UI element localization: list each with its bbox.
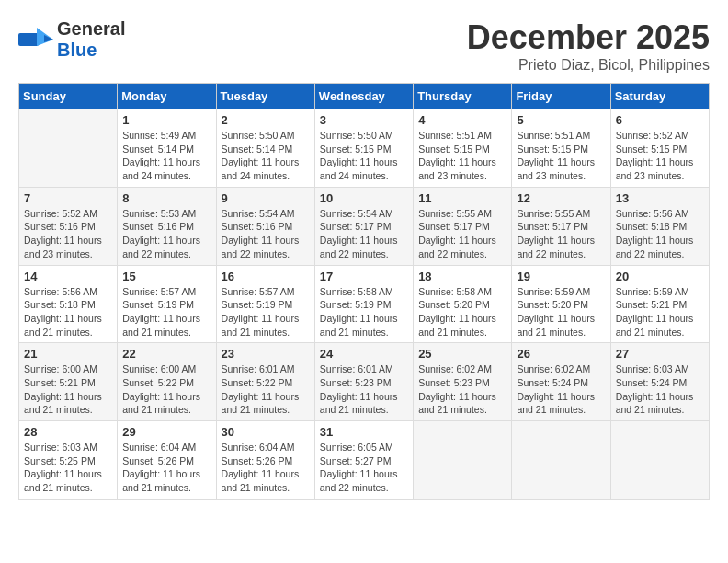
calendar-cell: 29Sunrise: 6:04 AM Sunset: 5:26 PM Dayli… xyxy=(118,421,216,500)
calendar-cell: 2Sunrise: 5:50 AM Sunset: 5:14 PM Daylig… xyxy=(216,109,314,188)
logo: General Blue xyxy=(18,18,125,61)
calendar-cell: 17Sunrise: 5:58 AM Sunset: 5:19 PM Dayli… xyxy=(314,265,413,343)
calendar-cell: 6Sunrise: 5:52 AM Sunset: 5:15 PM Daylig… xyxy=(610,109,709,188)
weekday-header-friday: Friday xyxy=(512,84,610,109)
day-info: Sunrise: 6:01 AM Sunset: 5:22 PM Dayligh… xyxy=(222,362,310,417)
day-number: 25 xyxy=(418,347,506,361)
day-info: Sunrise: 6:01 AM Sunset: 5:23 PM Dayligh… xyxy=(320,362,408,417)
calendar-week-row: 7Sunrise: 5:52 AM Sunset: 5:16 PM Daylig… xyxy=(19,187,710,265)
day-info: Sunrise: 6:03 AM Sunset: 5:25 PM Dayligh… xyxy=(24,441,112,495)
day-number: 18 xyxy=(418,270,506,283)
day-number: 3 xyxy=(320,113,408,127)
day-number: 15 xyxy=(122,270,210,283)
location-title: Prieto Diaz, Bicol, Philippines xyxy=(467,57,710,74)
day-number: 9 xyxy=(222,191,310,205)
weekday-header-saturday: Saturday xyxy=(610,84,709,109)
calendar-cell: 8Sunrise: 5:53 AM Sunset: 5:16 PM Daylig… xyxy=(118,187,216,265)
day-number: 16 xyxy=(222,270,310,283)
day-info: Sunrise: 5:56 AM Sunset: 5:18 PM Dayligh… xyxy=(616,207,704,261)
calendar-table: SundayMondayTuesdayWednesdayThursdayFrid… xyxy=(18,83,710,500)
day-info: Sunrise: 5:51 AM Sunset: 5:15 PM Dayligh… xyxy=(418,129,506,183)
calendar-cell: 24Sunrise: 6:01 AM Sunset: 5:23 PM Dayli… xyxy=(314,343,413,421)
day-info: Sunrise: 6:02 AM Sunset: 5:23 PM Dayligh… xyxy=(418,362,506,417)
calendar-cell: 1Sunrise: 5:49 AM Sunset: 5:14 PM Daylig… xyxy=(118,109,216,188)
logo-general: General xyxy=(57,18,125,40)
day-info: Sunrise: 5:49 AM Sunset: 5:14 PM Dayligh… xyxy=(122,129,210,183)
day-number: 22 xyxy=(122,347,210,361)
calendar-cell: 15Sunrise: 5:57 AM Sunset: 5:19 PM Dayli… xyxy=(118,265,216,343)
day-number: 23 xyxy=(222,347,310,361)
day-number: 1 xyxy=(122,113,210,127)
calendar-cell: 16Sunrise: 5:57 AM Sunset: 5:19 PM Dayli… xyxy=(216,265,314,343)
day-info: Sunrise: 5:58 AM Sunset: 5:19 PM Dayligh… xyxy=(320,285,408,339)
day-number: 14 xyxy=(24,270,112,283)
day-number: 21 xyxy=(24,347,112,361)
day-info: Sunrise: 5:53 AM Sunset: 5:16 PM Dayligh… xyxy=(122,207,210,261)
calendar-cell: 30Sunrise: 6:04 AM Sunset: 5:26 PM Dayli… xyxy=(216,421,314,500)
day-info: Sunrise: 6:03 AM Sunset: 5:24 PM Dayligh… xyxy=(616,362,704,417)
calendar-cell: 21Sunrise: 6:00 AM Sunset: 5:21 PM Dayli… xyxy=(19,343,118,421)
calendar-cell: 19Sunrise: 5:59 AM Sunset: 5:20 PM Dayli… xyxy=(512,265,610,343)
month-title: December 2025 xyxy=(467,18,710,57)
day-info: Sunrise: 6:05 AM Sunset: 5:27 PM Dayligh… xyxy=(320,441,408,495)
day-number: 29 xyxy=(122,425,210,439)
calendar-cell: 22Sunrise: 6:00 AM Sunset: 5:22 PM Dayli… xyxy=(118,343,216,421)
day-number: 10 xyxy=(320,191,408,205)
logo-icon xyxy=(18,26,53,53)
calendar-cell xyxy=(19,109,118,188)
calendar-cell: 23Sunrise: 6:01 AM Sunset: 5:22 PM Dayli… xyxy=(216,343,314,421)
day-number: 19 xyxy=(517,270,605,283)
day-info: Sunrise: 5:52 AM Sunset: 5:16 PM Dayligh… xyxy=(24,207,112,261)
calendar-cell: 12Sunrise: 5:55 AM Sunset: 5:17 PM Dayli… xyxy=(512,187,610,265)
calendar-cell: 13Sunrise: 5:56 AM Sunset: 5:18 PM Dayli… xyxy=(610,187,709,265)
weekday-header-tuesday: Tuesday xyxy=(216,84,314,109)
day-number: 13 xyxy=(616,191,704,205)
calendar-cell: 20Sunrise: 5:59 AM Sunset: 5:21 PM Dayli… xyxy=(610,265,709,343)
day-number: 26 xyxy=(517,347,605,361)
day-number: 2 xyxy=(222,113,310,127)
calendar-cell xyxy=(414,421,512,500)
day-info: Sunrise: 5:57 AM Sunset: 5:19 PM Dayligh… xyxy=(222,285,310,339)
day-info: Sunrise: 5:59 AM Sunset: 5:21 PM Dayligh… xyxy=(616,285,704,339)
day-number: 6 xyxy=(616,113,704,127)
title-area: December 2025 Prieto Diaz, Bicol, Philip… xyxy=(467,18,710,74)
calendar-cell: 3Sunrise: 5:50 AM Sunset: 5:15 PM Daylig… xyxy=(314,109,413,188)
calendar-cell: 5Sunrise: 5:51 AM Sunset: 5:15 PM Daylig… xyxy=(512,109,610,188)
day-info: Sunrise: 5:59 AM Sunset: 5:20 PM Dayligh… xyxy=(517,285,605,339)
day-info: Sunrise: 5:52 AM Sunset: 5:15 PM Dayligh… xyxy=(616,129,704,183)
day-number: 20 xyxy=(616,270,704,283)
calendar-week-row: 1Sunrise: 5:49 AM Sunset: 5:14 PM Daylig… xyxy=(19,109,710,188)
logo-blue: Blue xyxy=(57,40,125,61)
day-info: Sunrise: 5:55 AM Sunset: 5:17 PM Dayligh… xyxy=(418,207,506,261)
day-info: Sunrise: 6:02 AM Sunset: 5:24 PM Dayligh… xyxy=(517,362,605,417)
day-info: Sunrise: 5:55 AM Sunset: 5:17 PM Dayligh… xyxy=(517,207,605,261)
calendar-cell: 9Sunrise: 5:54 AM Sunset: 5:16 PM Daylig… xyxy=(216,187,314,265)
day-info: Sunrise: 5:58 AM Sunset: 5:20 PM Dayligh… xyxy=(418,285,506,339)
day-info: Sunrise: 6:04 AM Sunset: 5:26 PM Dayligh… xyxy=(122,441,210,495)
calendar-week-row: 28Sunrise: 6:03 AM Sunset: 5:25 PM Dayli… xyxy=(19,421,710,500)
calendar-cell xyxy=(512,421,610,500)
calendar-cell xyxy=(610,421,709,500)
day-info: Sunrise: 5:54 AM Sunset: 5:17 PM Dayligh… xyxy=(320,207,408,261)
calendar-cell: 14Sunrise: 5:56 AM Sunset: 5:18 PM Dayli… xyxy=(19,265,118,343)
day-info: Sunrise: 5:54 AM Sunset: 5:16 PM Dayligh… xyxy=(222,207,310,261)
day-number: 30 xyxy=(222,425,310,439)
day-number: 27 xyxy=(616,347,704,361)
calendar-cell: 26Sunrise: 6:02 AM Sunset: 5:24 PM Dayli… xyxy=(512,343,610,421)
calendar-cell: 28Sunrise: 6:03 AM Sunset: 5:25 PM Dayli… xyxy=(19,421,118,500)
weekday-header-monday: Monday xyxy=(118,84,216,109)
day-number: 12 xyxy=(517,191,605,205)
day-info: Sunrise: 6:00 AM Sunset: 5:22 PM Dayligh… xyxy=(122,362,210,417)
day-number: 24 xyxy=(320,347,408,361)
day-info: Sunrise: 5:57 AM Sunset: 5:19 PM Dayligh… xyxy=(122,285,210,339)
day-info: Sunrise: 5:50 AM Sunset: 5:15 PM Dayligh… xyxy=(320,129,408,183)
calendar-cell: 10Sunrise: 5:54 AM Sunset: 5:17 PM Dayli… xyxy=(314,187,413,265)
calendar-cell: 25Sunrise: 6:02 AM Sunset: 5:23 PM Dayli… xyxy=(414,343,512,421)
page-header: General Blue December 2025 Prieto Diaz, … xyxy=(18,18,710,74)
calendar-cell: 4Sunrise: 5:51 AM Sunset: 5:15 PM Daylig… xyxy=(414,109,512,188)
weekday-header-wednesday: Wednesday xyxy=(314,84,413,109)
calendar-cell: 27Sunrise: 6:03 AM Sunset: 5:24 PM Dayli… xyxy=(610,343,709,421)
day-info: Sunrise: 5:50 AM Sunset: 5:14 PM Dayligh… xyxy=(222,129,310,183)
day-number: 28 xyxy=(24,425,112,439)
calendar-cell: 18Sunrise: 5:58 AM Sunset: 5:20 PM Dayli… xyxy=(414,265,512,343)
